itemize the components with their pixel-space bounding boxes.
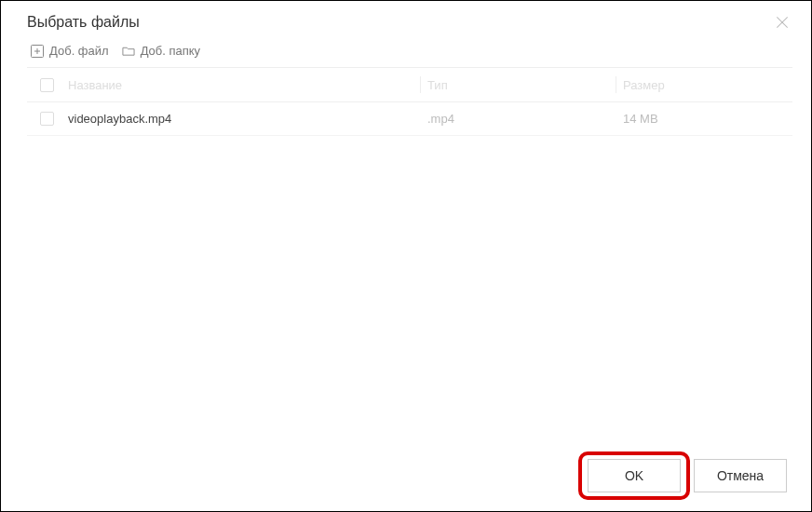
- column-type[interactable]: Тип: [420, 78, 616, 92]
- cancel-label: Отмена: [717, 468, 764, 483]
- ok-label: OK: [625, 468, 643, 483]
- select-all-checkbox[interactable]: [40, 78, 54, 92]
- column-size[interactable]: Размер: [616, 78, 792, 92]
- row-type: .mp4: [420, 112, 616, 126]
- toolbar: Доб. файл Доб. папку: [1, 44, 811, 67]
- add-file-button[interactable]: Доб. файл: [31, 44, 109, 58]
- row-checkbox[interactable]: [40, 112, 54, 126]
- table-row[interactable]: videoplayback.mp4.mp414 MB: [27, 102, 792, 136]
- add-folder-button[interactable]: Доб. папку: [122, 44, 201, 58]
- add-file-label: Доб. файл: [49, 44, 109, 58]
- select-files-dialog: Выбрать файлы Доб. файл Доб. папку Назва…: [0, 0, 812, 512]
- file-table: Название Тип Размер videoplayback.mp4.mp…: [1, 67, 811, 440]
- ok-button[interactable]: OK: [588, 459, 681, 492]
- dialog-title: Выбрать файлы: [27, 14, 140, 31]
- dialog-titlebar: Выбрать файлы: [1, 1, 811, 44]
- dialog-footer: OK Отмена: [1, 440, 811, 511]
- add-file-icon: [31, 45, 44, 58]
- close-icon[interactable]: [774, 14, 791, 31]
- folder-icon: [122, 45, 135, 58]
- cancel-button[interactable]: Отмена: [694, 459, 787, 492]
- column-name[interactable]: Название: [61, 78, 420, 92]
- row-name: videoplayback.mp4: [61, 112, 420, 126]
- add-folder-label: Доб. папку: [141, 44, 201, 58]
- row-size: 14 MB: [616, 112, 792, 126]
- table-header: Название Тип Размер: [27, 67, 792, 102]
